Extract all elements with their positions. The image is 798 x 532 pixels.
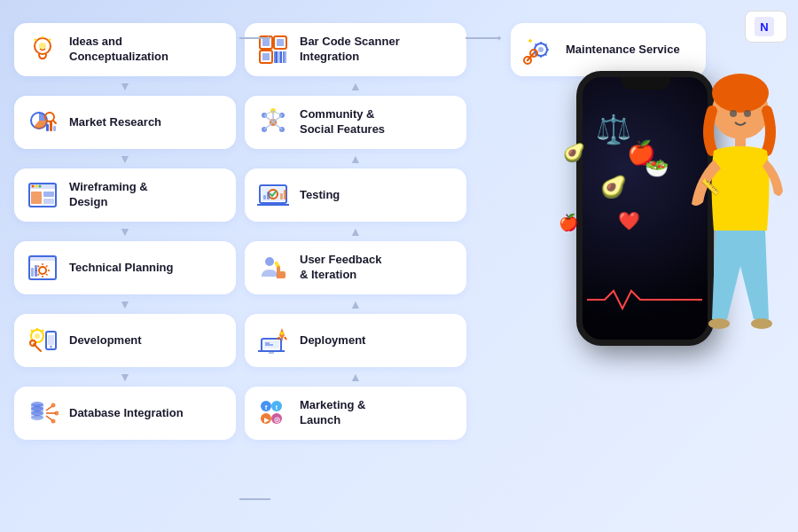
card-technical-planning: Technical Planning [14, 241, 236, 294]
svg-line-6 [35, 39, 36, 41]
svg-rect-11 [53, 126, 56, 131]
database-icon [25, 395, 60, 431]
svg-line-44 [46, 406, 52, 411]
arrow-up-5: ▲ [245, 371, 466, 383]
arrow-up-4: ▲ [245, 298, 466, 310]
arrow-2: ▼ [14, 153, 236, 165]
girl-figure [678, 62, 785, 392]
card-database: Database Integration [14, 387, 236, 440]
floating-apple: 🍎 [559, 213, 578, 232]
development-icon [25, 323, 60, 358]
phone-3d-wrapper: ⚖️ 🍎 🥑 🥗 ❤️ [559, 35, 780, 497]
arrow-up-1: ▲ [245, 80, 466, 92]
card-ideas: Ideas and Conceptualization [14, 23, 236, 76]
svg-line-46 [46, 416, 52, 420]
svg-rect-26 [35, 265, 37, 277]
svg-point-49 [51, 419, 56, 424]
column-1: Ideas and Conceptualization ▼ [14, 23, 236, 516]
feedback-icon [255, 250, 291, 286]
ideas-label: Ideas and Conceptualization [69, 35, 168, 65]
svg-point-20 [35, 185, 38, 188]
svg-text:◎: ◎ [274, 416, 280, 424]
barcode-icon [255, 32, 291, 67]
barcode-label: Bar Code Scanner Integration [300, 35, 400, 65]
svg-rect-80 [267, 192, 270, 200]
feedback-label: User Feedback & Iteration [300, 253, 382, 283]
svg-point-19 [32, 185, 35, 188]
svg-rect-55 [262, 53, 270, 60]
svg-rect-82 [284, 190, 286, 200]
svg-line-30 [42, 330, 43, 332]
phone-illustration-section: ⚖️ 🍎 🥑 🥗 ❤️ [550, 0, 789, 532]
card-testing: Testing [245, 168, 466, 222]
svg-point-107 [730, 110, 737, 117]
marketing-label: Marketing & Launch [300, 398, 365, 428]
svg-rect-18 [43, 199, 54, 204]
svg-rect-87 [269, 351, 274, 354]
food-item-avocado: 🥑 [600, 175, 627, 200]
card-community: Community & Social Features [245, 96, 466, 149]
svg-rect-23 [29, 256, 56, 261]
card-feedback: User Feedback & Iteration [245, 241, 466, 294]
food-item-scale: ⚖️ [596, 113, 631, 146]
card-marketing: f t ▶ ◎ Marketing & Launch [245, 387, 466, 440]
svg-point-28 [35, 333, 40, 339]
svg-rect-16 [31, 192, 42, 204]
svg-point-106 [712, 74, 769, 113]
svg-point-100 [538, 47, 544, 52]
arrow-4: ▼ [14, 298, 236, 310]
card-market-research: Market Research [14, 96, 236, 149]
marketing-icon: f t ▶ ◎ [255, 395, 291, 431]
market-research-icon [25, 105, 60, 140]
svg-point-83 [265, 257, 274, 266]
svg-rect-25 [31, 268, 34, 277]
arrow-up-2: ▲ [245, 153, 466, 165]
svg-rect-9 [46, 124, 49, 131]
svg-point-110 [708, 318, 730, 329]
svg-line-70 [264, 122, 273, 129]
arrow-1: ▼ [14, 80, 236, 92]
svg-point-111 [751, 318, 772, 329]
svg-point-47 [51, 403, 56, 408]
wireframing-label: Wireframing & Design [69, 180, 148, 210]
svg-point-24 [39, 267, 46, 274]
card-deployment: Deployment [245, 314, 466, 367]
svg-rect-33 [48, 335, 54, 345]
wireframing-icon [25, 177, 60, 213]
database-label: Database Integration [69, 406, 184, 421]
spacer [475, 16, 502, 516]
svg-rect-51 [262, 39, 270, 46]
svg-point-108 [744, 110, 751, 117]
svg-point-21 [39, 185, 42, 188]
phone-notch [621, 77, 669, 90]
svg-point-36 [30, 340, 35, 346]
svg-line-5 [49, 39, 51, 41]
svg-rect-53 [277, 39, 284, 46]
svg-line-69 [273, 115, 282, 122]
svg-point-34 [50, 346, 52, 348]
svg-line-71 [273, 122, 282, 129]
food-item-heart: ❤️ [618, 210, 640, 231]
svg-line-13 [53, 121, 56, 123]
testing-icon [255, 177, 291, 213]
girl-svg [678, 62, 785, 390]
svg-rect-17 [43, 192, 54, 197]
svg-rect-79 [263, 195, 266, 200]
svg-point-43 [31, 415, 43, 420]
card-development: Development [14, 314, 236, 367]
technical-planning-label: Technical Planning [69, 261, 174, 276]
arrow-3: ▼ [14, 225, 236, 238]
card-barcode: Bar Code Scanner Integration [245, 23, 466, 76]
svg-line-68 [264, 115, 273, 122]
market-research-label: Market Research [69, 115, 161, 130]
ideas-icon [25, 32, 60, 67]
column-2: Bar Code Scanner Integration ▲ [245, 23, 466, 516]
deployment-label: Deployment [300, 333, 365, 348]
svg-rect-81 [280, 193, 283, 200]
community-label: Community & Social Features [300, 107, 385, 137]
svg-line-31 [31, 330, 33, 332]
deployment-icon [255, 323, 291, 358]
testing-label: Testing [300, 188, 340, 203]
svg-point-48 [55, 411, 59, 416]
floating-avocado: 🥑 [563, 142, 585, 163]
